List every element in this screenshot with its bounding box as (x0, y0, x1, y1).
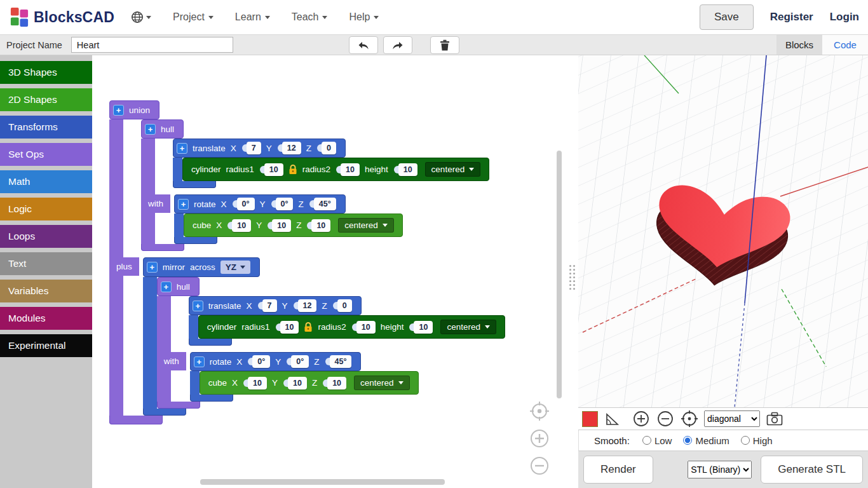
cube-x-field[interactable]: 10 (248, 377, 267, 390)
cylinder-radius1-field[interactable]: 10 (280, 321, 299, 334)
translate-x-field[interactable]: 7 (247, 142, 261, 154)
zoom-out-icon[interactable] (530, 456, 549, 475)
rotate-y-field[interactable]: 0° (276, 198, 294, 210)
cylinder-height-field[interactable]: 10 (398, 163, 417, 176)
menu-help[interactable]: Help (349, 11, 379, 23)
smooth-high-radio[interactable] (741, 436, 750, 445)
centered-dropdown[interactable]: centered (425, 162, 481, 177)
viewport-zoom-out-button[interactable] (656, 410, 675, 427)
sidebar-item-text[interactable]: Text (0, 252, 92, 275)
translate-z-field[interactable]: 0 (337, 299, 352, 312)
union-block[interactable]: + union + hull + (109, 100, 505, 424)
expand-collapse-icon[interactable]: + (194, 356, 205, 367)
stl-format-select[interactable]: STL (Binary) (688, 461, 752, 478)
language-menu[interactable] (131, 11, 151, 24)
expand-collapse-icon[interactable]: + (113, 105, 124, 116)
horizontal-scrollbar[interactable] (200, 479, 445, 485)
menu-learn[interactable]: Learn (235, 11, 270, 23)
undo-button[interactable] (349, 36, 378, 54)
hull-block[interactable]: + hull + translate X (157, 277, 505, 409)
sidebar-item-set-ops[interactable]: Set Ops (0, 143, 92, 166)
translate-y-field[interactable]: 12 (298, 299, 317, 312)
sidebar-item-transforms[interactable]: Transforms (0, 116, 92, 139)
color-swatch[interactable] (582, 411, 598, 427)
vertical-scrollbar[interactable] (557, 151, 562, 398)
render-button[interactable]: Render (583, 456, 653, 484)
zoom-in-icon[interactable] (530, 429, 549, 448)
cylinder-block[interactable]: cylinder radius1 10 (198, 315, 505, 339)
sidebar-item-variables[interactable]: Variables (0, 280, 92, 302)
expand-collapse-icon[interactable]: + (177, 143, 187, 154)
redo-button[interactable] (383, 36, 412, 54)
panel-resizer[interactable] (566, 55, 578, 488)
cylinder-radius1-field[interactable]: 10 (264, 163, 283, 176)
cube-z-field[interactable]: 10 (311, 219, 330, 232)
blockly-canvas[interactable]: + union + hull + (92, 55, 566, 488)
view-angle-select[interactable]: diagonal (704, 410, 760, 427)
cube-y-field[interactable]: 10 (288, 377, 307, 390)
sidebar-item-loops[interactable]: Loops (0, 225, 92, 248)
cylinder-radius2-field[interactable]: 10 (356, 321, 376, 334)
zoom-reset-icon[interactable] (530, 402, 549, 421)
viewport-zoom-in-button[interactable] (632, 410, 651, 427)
cube-block[interactable]: cube X 10 Y 10 Z 10 (200, 371, 419, 395)
login-link[interactable]: Login (830, 11, 859, 24)
cube-y-field[interactable]: 10 (272, 219, 291, 232)
tab-blocks[interactable]: Blocks (776, 35, 822, 55)
lock-icon[interactable] (288, 165, 297, 175)
rotate-y-field[interactable]: 0° (291, 355, 309, 368)
rotate-block[interactable]: + rotate X 0° Y 0° Z 45° (174, 194, 403, 244)
translate-block[interactable]: + translate X 7 Y 12 Z 0 (189, 296, 505, 346)
view-reset-button[interactable] (680, 410, 699, 427)
cube-x-field[interactable]: 10 (232, 219, 251, 232)
rotate-z-field[interactable]: 45° (314, 198, 336, 210)
translate-x-field[interactable]: 7 (262, 299, 277, 312)
centered-dropdown[interactable]: centered (338, 218, 394, 233)
cylinder-height-field[interactable]: 10 (414, 321, 433, 334)
screenshot-button[interactable] (765, 412, 784, 426)
rotate-x-field[interactable]: 0° (237, 198, 255, 210)
translate-y-field[interactable]: 12 (282, 142, 301, 154)
mirror-plane-dropdown[interactable]: YZ (220, 261, 250, 274)
tab-code[interactable]: Code (822, 35, 868, 55)
blockscad-logo[interactable]: BlocksCAD (9, 7, 114, 28)
lock-icon[interactable] (304, 322, 313, 332)
translate-z-field[interactable]: 0 (322, 142, 336, 154)
smooth-medium-option[interactable]: Medium (683, 435, 729, 446)
smooth-low-option[interactable]: Low (642, 435, 672, 446)
sidebar-item-modules[interactable]: Modules (0, 307, 92, 330)
3d-viewport[interactable] (578, 55, 868, 407)
cylinder-radius2-field[interactable]: 10 (341, 163, 360, 176)
menu-teach[interactable]: Teach (292, 11, 328, 23)
expand-collapse-icon[interactable]: + (147, 262, 158, 273)
sidebar-item-logic[interactable]: Logic (0, 198, 92, 220)
sidebar-item-3d-shapes[interactable]: 3D Shapes (0, 61, 92, 84)
mirror-block[interactable]: + mirror across YZ (143, 257, 505, 416)
register-link[interactable]: Register (770, 11, 813, 24)
save-button[interactable]: Save (700, 4, 754, 30)
cube-block[interactable]: cube X 10 Y 10 Z 10 c (184, 214, 403, 237)
trash-button[interactable] (430, 36, 459, 54)
expand-collapse-icon[interactable]: + (193, 301, 203, 311)
hull-block[interactable]: + hull + translate X 7 Y (141, 119, 489, 251)
rotate-x-field[interactable]: 0° (252, 355, 270, 368)
sidebar-item-experimental[interactable]: Experimental (0, 334, 92, 357)
project-name-input[interactable] (71, 37, 233, 53)
sidebar-item-2d-shapes[interactable]: 2D Shapes (0, 88, 92, 111)
centered-dropdown[interactable]: centered (440, 320, 496, 334)
smooth-high-option[interactable]: High (741, 435, 773, 446)
rotate-z-field[interactable]: 45° (330, 355, 352, 368)
smooth-low-radio[interactable] (642, 436, 651, 445)
centered-dropdown[interactable]: centered (354, 376, 410, 390)
protractor-button[interactable] (603, 411, 621, 427)
cube-z-field[interactable]: 10 (327, 377, 346, 390)
expand-collapse-icon[interactable]: + (145, 124, 156, 135)
expand-collapse-icon[interactable]: + (161, 281, 172, 292)
rotate-block[interactable]: + rotate X 0° Y 0° Z (190, 352, 419, 402)
generate-stl-button[interactable]: Generate STL (761, 456, 863, 484)
sidebar-item-math[interactable]: Math (0, 170, 92, 193)
translate-block[interactable]: + translate X 7 Y 12 Z 0 (173, 139, 489, 188)
menu-project[interactable]: Project (173, 11, 214, 23)
cylinder-block[interactable]: cylinder radius1 10 (182, 158, 489, 181)
smooth-medium-radio[interactable] (683, 436, 692, 445)
